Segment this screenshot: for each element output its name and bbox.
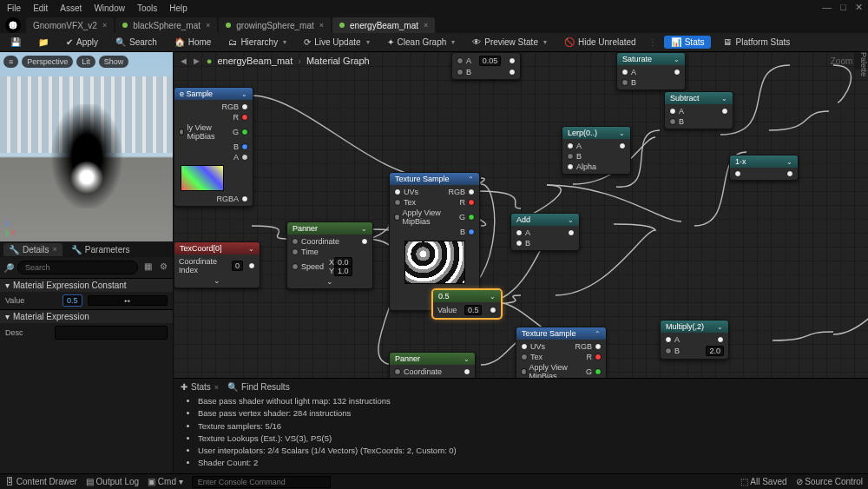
- menu-help[interactable]: Help: [169, 3, 187, 13]
- close-icon[interactable]: ×: [206, 21, 210, 30]
- save-icon: 💾: [10, 37, 21, 48]
- unreal-logo-icon[interactable]: U: [5, 17, 21, 33]
- chevron-down-icon: ▾: [5, 312, 10, 321]
- node-constant-05[interactable]: 0.5⌄ Value0.5: [432, 289, 502, 319]
- palette-tab[interactable]: Palette: [854, 52, 868, 69]
- save-button[interactable]: 💾: [5, 36, 26, 50]
- close-icon[interactable]: ×: [319, 21, 324, 30]
- value-field[interactable]: 0.5: [62, 294, 82, 307]
- section-material-expression-constant[interactable]: ▾Material Expression Constant: [0, 278, 173, 292]
- terminal-icon: ▣: [148, 477, 155, 486]
- wrench-icon: 🔧: [9, 245, 19, 254]
- viewport-lit[interactable]: Lit: [76, 56, 95, 68]
- tab-blacksphere[interactable]: blackSphere_mat×: [115, 17, 217, 33]
- menu-bar: File Edit Asset Window Tools Help — □ ✕: [0, 0, 868, 16]
- node-lerp[interactable]: Lerp(0..)⌄ A B Alpha: [562, 126, 631, 175]
- window-min[interactable]: —: [822, 2, 832, 13]
- node-texture-sample-left[interactable]: e Sample⌄ RGB R ly View MipBiasG B A RGB…: [174, 87, 253, 207]
- node-add[interactable]: Add⌄ A B: [510, 213, 580, 251]
- settings-icon[interactable]: ⚙: [157, 261, 169, 274]
- material-preview-mesh: [39, 104, 135, 208]
- wrench-icon: 🔧: [71, 245, 82, 254]
- viewport-menu[interactable]: ≡: [3, 56, 18, 68]
- nav-back[interactable]: ◄: [179, 56, 188, 66]
- node-panner-1[interactable]: Panner⌄ Coordinate Time SpeedX0.0 Y1.0 ⌄: [286, 221, 373, 289]
- hierarchy-button[interactable]: 🗂Hierarchy▾: [223, 36, 292, 49]
- texture-thumb: [404, 241, 465, 284]
- left-panel: ≡ Perspective Lit Show zy x 🔧Details× 🔧P…: [0, 52, 174, 473]
- tab-stats[interactable]: ✚Stats×: [181, 382, 219, 392]
- material-icon: ●: [207, 56, 213, 66]
- drawer-icon: 🗄: [5, 477, 14, 486]
- window-close[interactable]: ✕: [855, 2, 863, 13]
- material-icon: [226, 23, 231, 28]
- refresh-icon: ⟳: [304, 37, 311, 47]
- main-toolbar: 💾 📁 ✔Apply 🔍Search 🏠Home 🗂Hierarchy▾ ⟳Li…: [0, 33, 868, 52]
- tab-details[interactable]: 🔧Details×: [3, 243, 62, 256]
- tab-energybeam[interactable]: energyBeam_mat×: [332, 17, 435, 33]
- tab-gnomonvfx[interactable]: GnomonVFX_v2×: [26, 17, 114, 33]
- menu-window[interactable]: Window: [94, 3, 125, 13]
- window-max[interactable]: □: [840, 2, 846, 13]
- content-drawer-button[interactable]: 🗄 Content Drawer: [5, 477, 77, 486]
- value-slider[interactable]: [88, 295, 168, 306]
- details-search-input[interactable]: [17, 261, 138, 274]
- home-button[interactable]: 🏠Home: [169, 36, 217, 49]
- stats-line: Base pass shader without light map: 132 …: [198, 395, 861, 407]
- hierarchy-icon: 🗂: [228, 37, 237, 47]
- apply-button[interactable]: ✔Apply: [61, 36, 103, 49]
- breadcrumb-root[interactable]: energyBeam_mat: [217, 56, 293, 66]
- search-icon: 🔍: [227, 382, 238, 392]
- browse-button[interactable]: 📁: [33, 36, 54, 50]
- console-input[interactable]: [192, 476, 331, 488]
- filter-icon[interactable]: ▦: [141, 261, 154, 274]
- menu-tools[interactable]: Tools: [137, 3, 157, 13]
- node-oneminus[interactable]: 1-x⌄: [729, 155, 799, 181]
- close-icon[interactable]: ×: [102, 21, 107, 30]
- node-multiply[interactable]: Multiply(,2)⌄ A B2.0: [660, 320, 729, 360]
- platform-stats-button[interactable]: 🖥Platform Stats: [718, 36, 795, 49]
- viewport-perspective[interactable]: Perspective: [22, 56, 73, 68]
- close-icon[interactable]: ×: [424, 21, 428, 30]
- menu-asset[interactable]: Asset: [60, 3, 82, 13]
- stats-line: Base pass vertex shader: 284 instruction…: [198, 407, 861, 420]
- texture-thumb: [181, 165, 224, 191]
- eye-icon: 👁: [472, 37, 481, 47]
- search-icon: 🔍: [115, 37, 126, 47]
- menu-edit[interactable]: Edit: [33, 3, 48, 13]
- tab-find-results[interactable]: 🔍Find Results: [227, 382, 290, 392]
- chevron-down-icon: ▾: [5, 281, 10, 290]
- hide-unrelated-button[interactable]: 🚫Hide Unrelated: [559, 36, 641, 49]
- search-button[interactable]: 🔍Search: [110, 36, 162, 49]
- section-material-expression[interactable]: ▾Material Expression: [0, 309, 173, 323]
- status-bar: 🗄 Content Drawer ▤ Output Log ▣ Cmd ▾ ⬚ …: [0, 473, 868, 489]
- menu-file[interactable]: File: [7, 3, 21, 13]
- node-texcoord[interactable]: TexCoord[0]⌄ Coordinate Index0⌄: [174, 241, 260, 288]
- breadcrumb-graph[interactable]: Material Graph: [306, 56, 370, 66]
- stats-line: Shader Count: 2: [198, 457, 861, 469]
- stats-button[interactable]: 📊Stats: [664, 36, 712, 49]
- material-icon: [339, 23, 345, 28]
- live-update-button[interactable]: ⟳Live Update▾: [299, 36, 374, 49]
- stats-icon: 📊: [671, 37, 681, 47]
- viewport-show[interactable]: Show: [99, 56, 129, 68]
- node-subtract[interactable]: Subtract⌄ A B: [664, 91, 733, 129]
- preview-viewport[interactable]: ≡ Perspective Lit Show zy x: [0, 52, 173, 241]
- stats-line: User interpolators: 2/4 Scalars (1/4 Vec…: [198, 445, 861, 457]
- source-control-button[interactable]: ⊘ Source Control: [796, 477, 863, 486]
- node-saturate[interactable]: Saturate⌄ A B: [616, 52, 686, 90]
- preview-state-button[interactable]: 👁Preview State▾: [467, 36, 552, 49]
- clean-graph-button[interactable]: ✦Clean Graph▾: [382, 36, 461, 49]
- log-icon: ▤: [86, 477, 94, 486]
- node-small-top[interactable]: A0.05 B: [451, 52, 521, 80]
- tab-parameters[interactable]: 🔧Parameters: [66, 243, 135, 256]
- output-log-button[interactable]: ▤ Output Log: [86, 477, 139, 486]
- broom-icon: ✦: [387, 37, 394, 47]
- desc-field[interactable]: [55, 326, 168, 340]
- stats-line: Texture samplers: 5/16: [198, 420, 861, 433]
- tab-growingsphere[interactable]: growingSphere_mat×: [219, 17, 331, 33]
- stats-list: Base pass shader without light map: 132 …: [181, 395, 861, 470]
- all-saved-label: ⬚ All Saved: [740, 477, 786, 486]
- nav-fwd[interactable]: ►: [192, 56, 201, 66]
- bottom-panel: ✚Stats× 🔍Find Results Base pass shader w…: [174, 378, 868, 473]
